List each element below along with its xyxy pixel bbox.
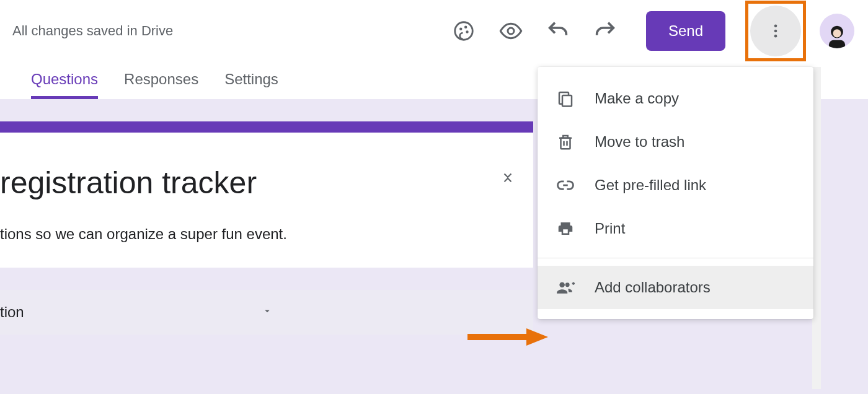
top-toolbar: All changes saved in Drive Send (0, 0, 868, 62)
svg-rect-10 (829, 40, 845, 48)
copy-icon (556, 89, 575, 108)
menu-item-label: Get pre-filled link (595, 177, 706, 194)
preview-icon[interactable] (498, 19, 523, 43)
undo-icon[interactable] (546, 19, 570, 43)
more-button[interactable] (750, 6, 801, 56)
more-vertical-icon (767, 22, 784, 40)
avatar[interactable] (820, 14, 854, 48)
menu-divider (538, 258, 813, 258)
redo-icon[interactable] (593, 19, 618, 43)
tab-responses[interactable]: Responses (124, 71, 198, 99)
question-card[interactable]: tion (0, 290, 533, 335)
svg-point-0 (455, 22, 473, 40)
menu-item-label: Make a copy (595, 90, 679, 107)
svg-point-13 (559, 282, 565, 287)
accent-bar (0, 121, 533, 133)
menu-item-print[interactable]: Print (538, 207, 813, 250)
svg-point-3 (466, 30, 468, 33)
svg-point-4 (508, 28, 514, 34)
scrollbar[interactable] (812, 67, 821, 389)
menu-item-move-trash[interactable]: Move to trash (538, 120, 813, 164)
svg-rect-12 (561, 138, 570, 149)
menu-item-label: Add collaborators (595, 279, 711, 296)
svg-point-1 (459, 28, 462, 30)
more-button-highlight (745, 1, 806, 61)
people-add-icon (556, 278, 575, 297)
question-type-label: tion (0, 304, 24, 321)
trash-icon (556, 133, 575, 151)
svg-point-2 (464, 25, 467, 28)
svg-point-6 (774, 30, 777, 33)
svg-point-7 (774, 35, 777, 38)
annotation-arrow (467, 327, 548, 349)
tab-settings[interactable]: Settings (224, 71, 278, 99)
form-header-card[interactable]: registration tracker tions so we can org… (0, 121, 533, 268)
svg-point-9 (833, 29, 841, 37)
print-icon (556, 219, 575, 238)
collapse-icon[interactable] (501, 168, 515, 189)
svg-marker-16 (526, 328, 548, 346)
svg-rect-11 (562, 95, 572, 107)
menu-item-prefilled-link[interactable]: Get pre-filled link (538, 164, 813, 207)
svg-point-5 (774, 25, 777, 28)
tab-questions[interactable]: Questions (31, 71, 98, 99)
theme-icon[interactable] (451, 19, 476, 43)
more-menu: Make a copy Move to trash Get pre-filled… (538, 67, 813, 319)
menu-item-label: Print (595, 220, 625, 237)
form-title[interactable]: registration tracker (0, 165, 533, 201)
menu-item-make-copy[interactable]: Make a copy (538, 77, 813, 120)
dropdown-arrow-icon[interactable] (262, 305, 273, 319)
svg-point-14 (565, 282, 570, 287)
menu-item-add-collaborators[interactable]: Add collaborators (538, 266, 813, 309)
link-icon (556, 176, 575, 195)
menu-item-label: Move to trash (595, 133, 684, 151)
toolbar-right: Send (451, 1, 854, 61)
form-description[interactable]: tions so we can organize a super fun eve… (0, 225, 533, 243)
send-button[interactable]: Send (646, 11, 725, 51)
save-status: All changes saved in Drive (12, 23, 173, 39)
